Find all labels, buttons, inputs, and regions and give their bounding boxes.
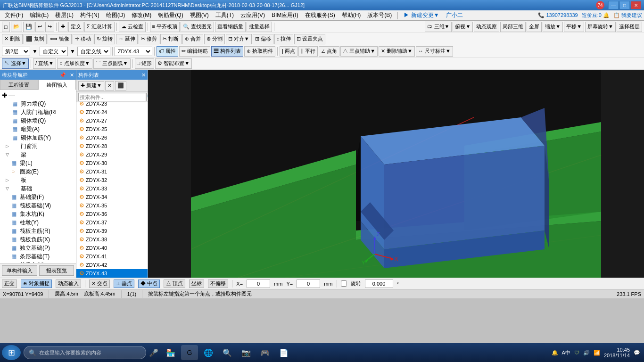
taskbar-volume[interactable]: 🔊 [583, 350, 590, 356]
taskbar-clock[interactable]: 10:45 2018/11/14 [604, 347, 630, 358]
minimize-button[interactable]: — [608, 1, 619, 9]
screen-rotate-btn[interactable]: 屏幕旋转▼ [585, 22, 616, 32]
new-comp-btn[interactable]: ✚ 新建▼ [78, 81, 104, 90]
comp-item-ZDYX-36[interactable]: ⚙ZDYX-36 [76, 210, 148, 218]
comp-item-ZDYX-28[interactable]: ⚙ZDYX-28 [76, 142, 148, 150]
maximize-button[interactable]: □ [619, 1, 630, 9]
find-elem-btn[interactable]: 🔍 查找图元 [181, 22, 214, 32]
pan-btn[interactable]: 平移▼ [564, 22, 584, 32]
window-controls[interactable]: — □ ✕ [608, 1, 641, 9]
menu-version[interactable]: 版本号(B) [364, 10, 395, 20]
comp-item-ZDYX-23[interactable]: ⚙ZDYX-23 [76, 102, 148, 108]
comp-item-ZDYX-35[interactable]: ⚙ZDYX-35 [76, 201, 148, 210]
tree-strip-found[interactable]: ▦条形基础(T) [2, 252, 76, 261]
view-rebar-btn[interactable]: 查看钢筋量 [215, 22, 246, 32]
batch-select-btn[interactable]: 批量选择 [247, 22, 272, 32]
menu-component[interactable]: 构件(N) [77, 10, 102, 20]
comp-item-ZDYX-42[interactable]: ⚙ZDYX-42 [76, 261, 148, 269]
y-input[interactable] [297, 280, 320, 288]
rotate-input[interactable] [365, 280, 393, 288]
taskbar-network[interactable]: 📶 [594, 350, 600, 356]
rect-btn[interactable]: □ 矩形 [135, 58, 155, 69]
tree-masonry-wall[interactable]: ▦砌体墙(Q) [2, 116, 76, 125]
intersect-btn[interactable]: ✕ 交点 [89, 280, 110, 288]
taskbar-language[interactable]: A中 [562, 349, 570, 356]
menu-online[interactable]: 在线服务(S) [302, 10, 338, 20]
tree-found-beam[interactable]: ▦基础梁(F) [2, 193, 76, 201]
two-point-btn[interactable]: | 两点 [280, 46, 297, 57]
comp-item-ZDYX-33[interactable]: ⚙ZDYX-33 [76, 184, 148, 193]
menu-cloud[interactable]: 云应用(V) [238, 10, 268, 20]
trim-btn[interactable]: ✂ 修剪 [139, 34, 159, 44]
tree-beam-l[interactable]: ▦梁(L) [2, 159, 76, 167]
tree-column-mound[interactable]: ▦柱墩(Y) [2, 218, 76, 227]
close-button[interactable]: ✕ [631, 1, 641, 9]
menu-tools[interactable]: 工具(T) [213, 10, 237, 20]
report-preview-btn[interactable]: 报表预览 [39, 265, 74, 276]
del-aux-btn[interactable]: ✕ 删除辅助▼ [379, 46, 415, 57]
align-btn[interactable]: ⊟ 对齐▼ [226, 34, 252, 44]
smart-layout-btn[interactable]: ⚙ 智能布置▼ [155, 58, 192, 69]
menu-view[interactable]: 视图(V) [187, 10, 212, 20]
taskbar-app-ggj[interactable]: G [181, 345, 198, 360]
menu-file[interactable]: 文件(F) [2, 10, 26, 20]
comp-item-ZDYX-34[interactable]: ⚙ZDYX-34 [76, 193, 148, 201]
vertex-btn[interactable]: △ 顶点 [164, 280, 185, 288]
tree-masonry-rebar[interactable]: ▦砌体加筋(Y) [2, 133, 76, 142]
taskbar-app-browser[interactable]: 🌐 [200, 345, 217, 360]
tree-foundation[interactable]: ▽基础 [2, 184, 76, 193]
taskbar-app-search2[interactable]: 🔍 [219, 345, 236, 360]
split-btn[interactable]: ⊗ 分割 [204, 34, 225, 44]
notification-icon[interactable]: 💬 [634, 350, 640, 356]
comp-item-ZDYX-39[interactable]: ⚙ZDYX-39 [76, 227, 148, 235]
taskbar-app-camera[interactable]: 📷 [238, 345, 255, 360]
dynamic-input-btn[interactable]: 动态输入 [56, 280, 81, 288]
start-button[interactable]: ⊞ [2, 345, 21, 360]
taskbar-app-pdf[interactable]: 📄 [275, 345, 292, 360]
dynamic-view-btn[interactable]: 动态观察 [474, 22, 499, 32]
three-point-aux-btn[interactable]: △ 三点辅助▼ [340, 46, 378, 57]
open-btn[interactable]: 📂 [11, 22, 22, 32]
property-btn[interactable]: 🏷 属性 [157, 46, 178, 57]
select-tool-btn[interactable]: ↖ 选择▼ [2, 58, 29, 69]
fullscreen-btn[interactable]: 全屏 [527, 22, 542, 32]
coord-btn[interactable]: 坐标 [189, 280, 204, 288]
comp-item-ZDYX-31[interactable]: ⚙ZDYX-31 [76, 167, 148, 176]
line-btn[interactable]: / 直线▼ [33, 58, 56, 69]
comp-item-ZDYX-37[interactable]: ⚙ZDYX-37 [76, 218, 148, 227]
select-floor-btn[interactable]: 选择楼层 [617, 22, 642, 32]
comp-item-ZDYX-40[interactable]: ⚙ZDYX-40 [76, 244, 148, 252]
comp-list-btn[interactable]: ☰ 构件列表 [211, 46, 243, 57]
x-input[interactable] [247, 280, 270, 288]
break-btn[interactable]: ✂ 打断 [160, 34, 181, 44]
zoom-btn[interactable]: 缩放▼ [543, 22, 563, 32]
3d-viewport[interactable]: X Y Z [148, 70, 644, 278]
new-file-btn[interactable]: □ [2, 22, 10, 32]
merge-btn[interactable]: ⊕ 合并 [182, 34, 203, 44]
tree-beam[interactable]: ▽梁 [2, 150, 76, 159]
angle-btn[interactable]: ∠ 点角 [319, 46, 339, 57]
rotate-btn[interactable]: ↻ 旋转 [94, 34, 115, 44]
ortho-btn[interactable]: 正交 [2, 280, 17, 288]
taskbar-notification[interactable]: 🔔 [552, 350, 558, 356]
delete-btn[interactable]: ✕ 删除 [2, 34, 23, 44]
undo-btn[interactable]: ↩ [35, 22, 44, 32]
tree-slab[interactable]: ▷板 [2, 176, 76, 184]
want-build[interactable]: 📋 我要建议 [613, 12, 642, 19]
menu-rebar[interactable]: 钢筋量(Q) [155, 10, 186, 20]
type-select[interactable]: 自定义 [40, 47, 68, 56]
pin-button[interactable]: 📌 [59, 72, 66, 78]
comp-item-ZDYX-43[interactable]: ⚙ZDYX-43 [76, 269, 148, 278]
tree-door-window[interactable]: ▷门窗洞 [2, 142, 76, 150]
menu-modify[interactable]: 修改(M) [129, 10, 154, 20]
tree-raft-neg[interactable]: ▦筏板负筋(X) [2, 235, 76, 244]
comp-item-ZDYX-29[interactable]: ⚙ZDYX-29 [76, 150, 148, 159]
align-top-btn[interactable]: ≡ 平齐板顶 [150, 22, 180, 32]
taskbar-app-store[interactable]: 🏪 [162, 345, 179, 360]
set-grip-btn[interactable]: ⊡ 设置夹点 [294, 34, 325, 44]
parallel-btn[interactable]: ∥ 平行 [298, 46, 318, 57]
stretch-btn[interactable]: ↕ 拉伸 [274, 34, 294, 44]
calc-btn[interactable]: Σ 汇总计算 [84, 22, 115, 32]
menu-new-change[interactable]: ▶ 新建变更▼ [401, 10, 442, 20]
mic-icon[interactable]: 🎤 [149, 348, 158, 357]
